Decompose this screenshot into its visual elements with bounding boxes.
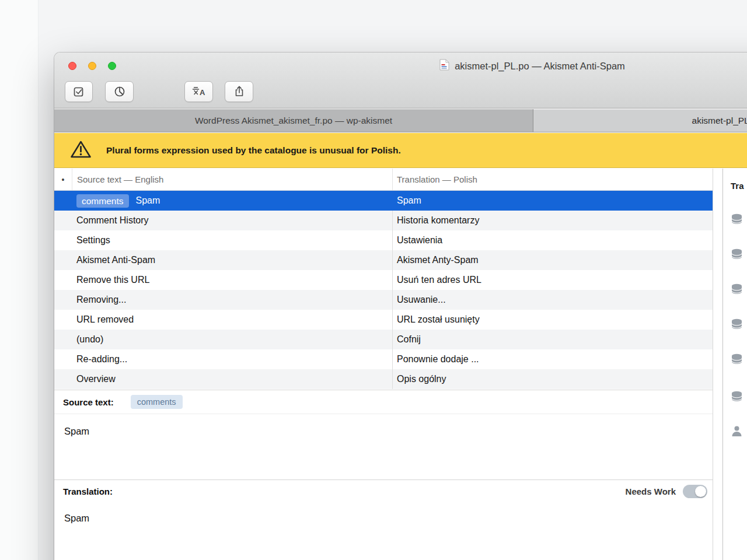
table-row[interactable]: Comment History Historia komentarzy [54, 211, 713, 230]
row-source-text: Removing... [54, 290, 392, 310]
sidebar-header: Tra [731, 181, 744, 191]
table-row[interactable]: Akismet Anti-Spam Akismet Anty-Spam [54, 250, 713, 270]
table-row[interactable]: Removing... Usuwanie... [54, 290, 713, 310]
editor-panel: Source text: comments Spam Translation: … [54, 390, 713, 560]
suggestion-item[interactable] [731, 354, 743, 367]
table-header: • Source text — English Translation — Po… [54, 169, 713, 191]
toggle-knob [695, 486, 706, 497]
row-source-text: Re-adding... [54, 349, 392, 369]
suggestions-sidebar: Tra [724, 169, 747, 560]
row-translation-text: Usuń ten adres URL [392, 270, 713, 290]
warning-banner: Plural forms expression used by the cata… [54, 133, 747, 168]
row-translation-text: Usuwanie... [392, 290, 713, 310]
tm-suggestion-icon [731, 354, 743, 365]
row-source-text: (undo) [54, 330, 392, 349]
translation-list-pane: • Source text — English Translation — Po… [54, 169, 713, 560]
column-marker[interactable]: • [54, 169, 72, 190]
suggestion-item[interactable] [731, 318, 743, 332]
tm-suggestion-icon [731, 214, 743, 225]
tm-suggestion-icon [731, 318, 743, 330]
statistics-button[interactable] [105, 81, 134, 102]
tab-wp-akismet[interactable]: WordPress Akismet_akismet_fr.po — wp-aki… [54, 109, 533, 132]
needs-work-toggle[interactable] [683, 485, 707, 498]
translation-row: Translation: Needs Work [54, 480, 713, 503]
translation-label: Translation: [63, 487, 113, 496]
pre-translate-button[interactable]: A [184, 81, 213, 102]
row-source-text: Settings [54, 230, 392, 250]
scrollbar-gutter [714, 169, 723, 560]
validate-button[interactable] [65, 81, 93, 102]
tab-label: WordPress Akismet_akismet_fr.po — wp-aki… [195, 116, 392, 126]
suggestion-item[interactable] [731, 284, 743, 297]
row-translation-text: Ustawienia [392, 230, 713, 250]
needs-work-label: Needs Work [626, 487, 676, 496]
row-source-text: Spam [136, 195, 160, 206]
warning-text: Plural forms expression used by the cata… [106, 145, 401, 156]
warning-triangle-icon [70, 140, 92, 161]
tm-suggestion-icon [731, 284, 743, 295]
row-translation-text: Spam [392, 191, 713, 211]
suggestion-item[interactable] [731, 249, 743, 262]
share-icon [233, 86, 245, 97]
window-title: akismet-pl_PL.po — Akismet Anti-Spam [455, 61, 625, 72]
table-body: comments Spam Spam Comment History Histo… [54, 191, 713, 389]
pie-chart-icon [114, 86, 125, 97]
tm-suggestion-icon [731, 391, 743, 402]
titlebar[interactable]: akismet-pl_PL.po — Akismet Anti-Spam [54, 52, 747, 79]
row-translation-text: Opis ogólny [392, 369, 713, 389]
document-icon [439, 59, 449, 73]
context-tag: comments [76, 194, 129, 208]
table-row[interactable]: URL removed URL został usunięty [54, 310, 713, 330]
checkbox-check-icon [73, 86, 85, 97]
suggestion-item[interactable] [731, 214, 743, 227]
poedit-window: akismet-pl_PL.po — Akismet Anti-Spam [54, 52, 747, 560]
table-row[interactable]: Re-adding... Ponownie dodaje ... [54, 349, 713, 369]
tab-bar: WordPress Akismet_akismet_fr.po — wp-aki… [54, 109, 747, 132]
desktop-background [0, 0, 39, 560]
source-text-row: Source text: comments [54, 390, 713, 414]
needs-work-control: Needs Work [626, 485, 707, 498]
row-source-text: URL removed [54, 310, 392, 330]
column-translation[interactable]: Translation — Polish [392, 169, 713, 190]
column-source[interactable]: Source text — English [72, 169, 392, 190]
tab-akismet-pl[interactable]: akismet-pl_PL.po — Akismet Anti-Spam [533, 109, 747, 132]
source-text-label: Source text: [63, 397, 114, 407]
table-row[interactable]: Settings Ustawienia [54, 230, 713, 250]
sync-button[interactable] [225, 81, 253, 102]
table-row[interactable]: (undo) Cofnij [54, 330, 713, 349]
row-source-text: Comment History [54, 211, 392, 230]
window-chrome: akismet-pl_PL.po — Akismet Anti-Spam [54, 52, 747, 108]
suggestion-item[interactable] [731, 425, 743, 439]
translation-input[interactable]: Spam [54, 503, 713, 524]
row-translation-text: Cofnij [392, 330, 713, 349]
row-translation-text: Historia komentarzy [392, 211, 713, 230]
table-row[interactable]: Remove this URL Usuń ten adres URL [54, 270, 713, 290]
toolbar: A [54, 79, 747, 108]
window-title-area: akismet-pl_PL.po — Akismet Anti-Spam [54, 52, 747, 79]
person-icon [731, 425, 743, 437]
row-source-text: Akismet Anti-Spam [54, 250, 392, 270]
row-translation-text: Ponownie dodaje ... [392, 349, 713, 369]
svg-text:A: A [200, 88, 205, 97]
translate-icon: A [192, 86, 206, 97]
table-row[interactable]: comments Spam Spam [54, 191, 713, 211]
table-row[interactable]: Overview Opis ogólny [54, 369, 713, 389]
suggestion-item[interactable] [731, 391, 743, 404]
tab-label: akismet-pl_PL.po — Akismet Anti-Spam [692, 116, 747, 126]
row-source-text: Overview [54, 369, 392, 389]
row-translation-text: Akismet Anty-Spam [392, 250, 713, 270]
source-text-view[interactable]: Spam [54, 414, 713, 480]
row-source-text: Remove this URL [54, 270, 392, 290]
row-translation-text: URL został usunięty [392, 310, 713, 330]
context-tag: comments [131, 395, 183, 409]
content-area: • Source text — English Translation — Po… [54, 169, 747, 560]
tm-suggestion-icon [731, 249, 743, 260]
